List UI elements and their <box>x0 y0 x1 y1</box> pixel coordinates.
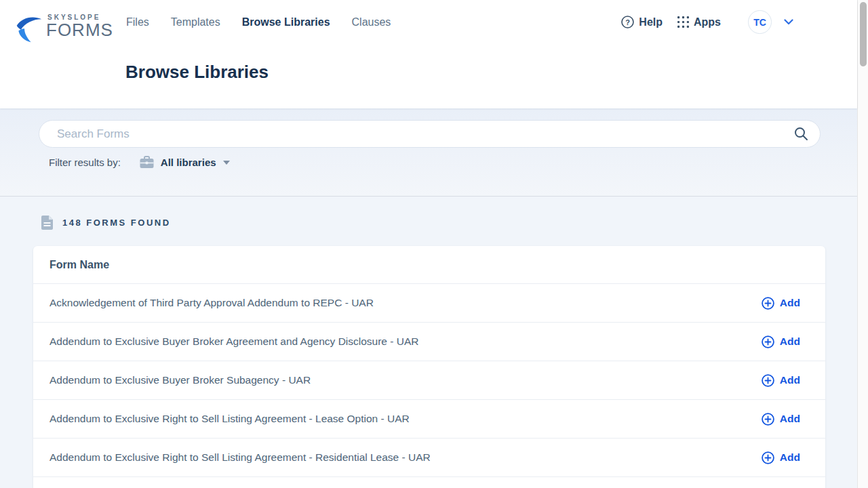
apps-grid-icon <box>677 16 689 28</box>
skyslope-forms-app: SKYSLOPE FORMS Files Templates Browse Li… <box>0 0 868 488</box>
form-name: Addendum to Exclusive Right to Sell List… <box>50 413 410 425</box>
add-circle-plus-icon <box>762 413 774 426</box>
add-form-button[interactable]: Add <box>762 374 800 387</box>
briefcase-icon <box>140 156 154 169</box>
add-button-label: Add <box>780 451 800 464</box>
nav-item-clauses[interactable]: Clauses <box>352 16 391 28</box>
add-button-label: Add <box>780 374 800 386</box>
add-circle-plus-icon <box>762 451 774 464</box>
vertical-scrollbar[interactable] <box>857 0 868 488</box>
header-actions: ? Help Apps TC <box>606 10 793 34</box>
search-section: Filter results by: All libraries <box>0 108 857 197</box>
app-header: SKYSLOPE FORMS Files Templates Browse Li… <box>0 0 857 108</box>
table-row: Addendum to Exclusive Right to Sell List… <box>33 399 825 438</box>
form-name: Addendum to Exclusive Right to Sell List… <box>50 451 431 464</box>
add-form-button[interactable]: Add <box>762 297 800 310</box>
nav-item-browse-libraries[interactable]: Browse Libraries <box>242 16 330 28</box>
table-header-row: Form Name <box>33 246 825 283</box>
add-form-button[interactable]: Add <box>762 451 800 464</box>
add-circle-plus-icon <box>762 336 774 348</box>
add-form-button[interactable]: Add <box>762 413 800 426</box>
search-icon[interactable] <box>794 127 808 144</box>
help-button[interactable]: ? Help <box>621 16 663 28</box>
document-icon <box>41 216 53 230</box>
filter-row: Filter results by: All libraries <box>49 156 230 169</box>
avatar[interactable]: TC <box>748 10 772 34</box>
add-button-label: Add <box>780 336 800 348</box>
scrollbar-thumb[interactable] <box>860 2 867 66</box>
add-button-label: Add <box>780 297 800 309</box>
apps-button[interactable]: Apps <box>677 16 721 28</box>
filter-value: All libraries <box>161 157 216 168</box>
table-row: Addendum to Exclusive Buyer Broker Subag… <box>33 361 825 399</box>
table-row: Addendum to Exclusive Right to Sell List… <box>33 438 825 476</box>
page-title: Browse Libraries <box>125 62 269 83</box>
nav-item-files[interactable]: Files <box>126 16 149 28</box>
table-row-partial <box>33 476 825 488</box>
table-row: Acknowledgement of Third Party Approval … <box>33 283 825 322</box>
form-name: Addendum to Exclusive Buyer Broker Subag… <box>50 374 311 386</box>
nav-item-templates[interactable]: Templates <box>171 16 220 28</box>
forms-found-count: 148 FORMS FOUND <box>62 218 171 228</box>
form-name: Acknowledgement of Third Party Approval … <box>50 297 374 309</box>
chevron-down-icon[interactable] <box>784 19 793 25</box>
apps-label: Apps <box>694 16 721 28</box>
form-name-column-header: Form Name <box>50 259 109 271</box>
add-form-button[interactable]: Add <box>762 336 800 348</box>
forms-found-row: 148 FORMS FOUND <box>41 216 171 230</box>
help-label: Help <box>639 16 663 28</box>
svg-text:?: ? <box>625 18 630 26</box>
caret-down-icon <box>223 161 230 165</box>
form-name: Addendum to Exclusive Buyer Broker Agree… <box>50 336 418 348</box>
skyslope-forms-logo[interactable]: SKYSLOPE FORMS <box>15 14 113 43</box>
add-button-label: Add <box>780 413 800 425</box>
library-filter-dropdown[interactable]: All libraries <box>140 156 230 169</box>
add-circle-plus-icon <box>762 297 774 310</box>
main-nav: Files Templates Browse Libraries Clauses <box>126 16 391 28</box>
account-menu[interactable]: TC <box>748 10 793 34</box>
add-circle-plus-icon <box>762 374 774 387</box>
help-icon: ? <box>621 16 634 28</box>
search-input[interactable] <box>39 120 821 148</box>
table-row: Addendum to Exclusive Buyer Broker Agree… <box>33 322 825 361</box>
forms-table: Form Name Acknowledgement of Third Party… <box>33 246 825 488</box>
skyslope-swoosh-icon <box>15 16 43 43</box>
brand-name-bottom: FORMS <box>46 21 113 39</box>
results-section: 148 FORMS FOUND Form Name Acknowledgemen… <box>0 197 857 488</box>
filter-label: Filter results by: <box>49 157 121 168</box>
